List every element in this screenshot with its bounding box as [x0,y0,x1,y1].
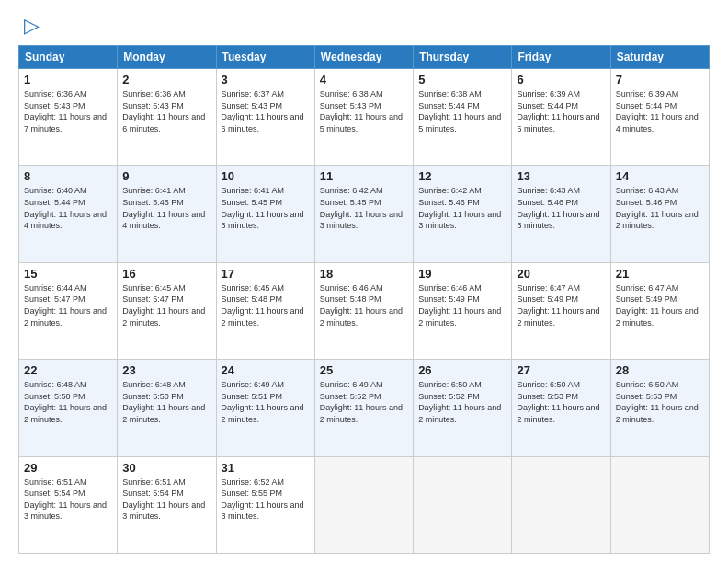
day-info: Sunrise: 6:42 AMSunset: 5:45 PMDaylight:… [320,185,408,231]
calendar-cell: 9Sunrise: 6:41 AMSunset: 5:45 PMDaylight… [118,166,216,262]
day-number: 3 [222,73,310,86]
day-number: 9 [122,169,210,183]
calendar-cell: 10Sunrise: 6:41 AMSunset: 5:45 PMDayligh… [216,166,314,262]
calendar-cell: 3Sunrise: 6:37 AMSunset: 5:43 PMDaylight… [216,69,314,166]
day-info: Sunrise: 6:43 AMSunset: 5:46 PMDaylight:… [517,185,605,231]
page: ▷ SundayMondayTuesdayWednesdayThursdayFr… [0,0,728,563]
calendar-header-row: SundayMondayTuesdayWednesdayThursdayFrid… [19,46,710,69]
day-number: 28 [616,363,704,377]
calendar-cell: 4Sunrise: 6:38 AMSunset: 5:43 PMDaylight… [314,69,413,166]
calendar-table: SundayMondayTuesdayWednesdayThursdayFrid… [18,45,710,554]
day-number: 23 [122,363,210,377]
calendar-cell: 25Sunrise: 6:49 AMSunset: 5:52 PMDayligh… [314,360,413,456]
calendar-cell: 26Sunrise: 6:50 AMSunset: 5:52 PMDayligh… [414,360,512,456]
calendar-day-header: Friday [512,46,610,69]
calendar-cell: 21Sunrise: 6:47 AMSunset: 5:49 PMDayligh… [610,262,709,359]
day-number: 30 [122,461,210,475]
day-number: 29 [24,461,112,475]
day-number: 4 [320,73,408,86]
day-number: 11 [320,169,408,183]
calendar-cell: 16Sunrise: 6:45 AMSunset: 5:47 PMDayligh… [118,262,216,359]
calendar-cell: 13Sunrise: 6:43 AMSunset: 5:46 PMDayligh… [512,166,610,262]
day-info: Sunrise: 6:44 AMSunset: 5:47 PMDaylight:… [24,282,112,328]
logo-icon: ▷ [24,14,40,38]
calendar-cell: 1Sunrise: 6:36 AMSunset: 5:43 PMDaylight… [19,69,118,166]
day-info: Sunrise: 6:45 AMSunset: 5:48 PMDaylight:… [222,282,310,328]
calendar-cell: 30Sunrise: 6:51 AMSunset: 5:54 PMDayligh… [118,456,216,553]
day-number: 15 [24,267,112,281]
calendar-cell: 18Sunrise: 6:46 AMSunset: 5:48 PMDayligh… [314,262,413,359]
day-number: 22 [24,363,112,377]
calendar-cell: 17Sunrise: 6:45 AMSunset: 5:48 PMDayligh… [216,262,314,359]
calendar-cell: 12Sunrise: 6:42 AMSunset: 5:46 PMDayligh… [414,166,512,262]
calendar-cell [512,456,610,553]
day-info: Sunrise: 6:51 AMSunset: 5:54 PMDaylight:… [24,477,112,523]
day-info: Sunrise: 6:36 AMSunset: 5:43 PMDaylight:… [122,88,210,134]
day-info: Sunrise: 6:36 AMSunset: 5:43 PMDaylight:… [24,88,112,134]
calendar-cell [314,456,413,553]
day-number: 26 [418,363,506,377]
calendar-day-header: Saturday [610,46,709,69]
day-info: Sunrise: 6:43 AMSunset: 5:46 PMDaylight:… [616,185,704,231]
day-info: Sunrise: 6:41 AMSunset: 5:45 PMDaylight:… [222,185,310,231]
calendar-week-row: 1Sunrise: 6:36 AMSunset: 5:43 PMDaylight… [19,69,710,166]
calendar-day-header: Tuesday [216,46,314,69]
day-info: Sunrise: 6:39 AMSunset: 5:44 PMDaylight:… [517,88,605,134]
day-number: 21 [616,267,704,281]
day-info: Sunrise: 6:48 AMSunset: 5:50 PMDaylight:… [122,379,210,425]
calendar-cell: 2Sunrise: 6:36 AMSunset: 5:43 PMDaylight… [118,69,216,166]
day-number: 18 [320,267,408,281]
day-number: 17 [222,267,310,281]
calendar-cell: 7Sunrise: 6:39 AMSunset: 5:44 PMDaylight… [610,69,709,166]
calendar-day-header: Sunday [19,46,118,69]
day-number: 31 [222,461,310,475]
calendar-cell: 8Sunrise: 6:40 AMSunset: 5:44 PMDaylight… [19,166,118,262]
calendar-cell: 15Sunrise: 6:44 AMSunset: 5:47 PMDayligh… [19,262,118,359]
day-number: 27 [517,363,605,377]
calendar-cell: 28Sunrise: 6:50 AMSunset: 5:53 PMDayligh… [610,360,709,456]
header: ▷ [18,14,710,38]
day-number: 8 [24,169,112,183]
calendar-cell [414,456,512,553]
day-number: 6 [517,73,605,86]
calendar-cell: 29Sunrise: 6:51 AMSunset: 5:54 PMDayligh… [19,456,118,553]
calendar-day-header: Thursday [414,46,512,69]
day-number: 14 [616,169,704,183]
calendar-week-row: 8Sunrise: 6:40 AMSunset: 5:44 PMDaylight… [19,166,710,262]
day-number: 12 [418,169,506,183]
day-info: Sunrise: 6:37 AMSunset: 5:43 PMDaylight:… [222,88,310,134]
calendar-cell: 14Sunrise: 6:43 AMSunset: 5:46 PMDayligh… [610,166,709,262]
calendar-cell: 5Sunrise: 6:38 AMSunset: 5:44 PMDaylight… [414,69,512,166]
day-info: Sunrise: 6:45 AMSunset: 5:47 PMDaylight:… [122,282,210,328]
calendar-day-header: Wednesday [314,46,413,69]
day-number: 5 [418,73,506,86]
day-info: Sunrise: 6:38 AMSunset: 5:44 PMDaylight:… [418,88,506,134]
day-info: Sunrise: 6:47 AMSunset: 5:49 PMDaylight:… [517,282,605,328]
day-number: 1 [24,73,112,86]
calendar-cell: 23Sunrise: 6:48 AMSunset: 5:50 PMDayligh… [118,360,216,456]
calendar-cell: 31Sunrise: 6:52 AMSunset: 5:55 PMDayligh… [216,456,314,553]
day-number: 10 [222,169,310,183]
day-number: 16 [122,267,210,281]
day-info: Sunrise: 6:47 AMSunset: 5:49 PMDaylight:… [616,282,704,328]
logo: ▷ [18,14,40,38]
day-info: Sunrise: 6:49 AMSunset: 5:51 PMDaylight:… [222,379,310,425]
calendar-cell: 11Sunrise: 6:42 AMSunset: 5:45 PMDayligh… [314,166,413,262]
day-info: Sunrise: 6:46 AMSunset: 5:49 PMDaylight:… [418,282,506,328]
calendar-week-row: 22Sunrise: 6:48 AMSunset: 5:50 PMDayligh… [19,360,710,456]
calendar-body: 1Sunrise: 6:36 AMSunset: 5:43 PMDaylight… [19,69,710,554]
day-info: Sunrise: 6:41 AMSunset: 5:45 PMDaylight:… [122,185,210,231]
day-info: Sunrise: 6:52 AMSunset: 5:55 PMDaylight:… [222,477,310,523]
day-info: Sunrise: 6:48 AMSunset: 5:50 PMDaylight:… [24,379,112,425]
calendar-cell [610,456,709,553]
day-number: 19 [418,267,506,281]
calendar-week-row: 29Sunrise: 6:51 AMSunset: 5:54 PMDayligh… [19,456,710,553]
calendar-cell: 6Sunrise: 6:39 AMSunset: 5:44 PMDaylight… [512,69,610,166]
day-number: 2 [122,73,210,86]
day-info: Sunrise: 6:39 AMSunset: 5:44 PMDaylight:… [616,88,704,134]
calendar-cell: 20Sunrise: 6:47 AMSunset: 5:49 PMDayligh… [512,262,610,359]
day-info: Sunrise: 6:46 AMSunset: 5:48 PMDaylight:… [320,282,408,328]
calendar-cell: 22Sunrise: 6:48 AMSunset: 5:50 PMDayligh… [19,360,118,456]
day-info: Sunrise: 6:50 AMSunset: 5:53 PMDaylight:… [517,379,605,425]
day-number: 25 [320,363,408,377]
